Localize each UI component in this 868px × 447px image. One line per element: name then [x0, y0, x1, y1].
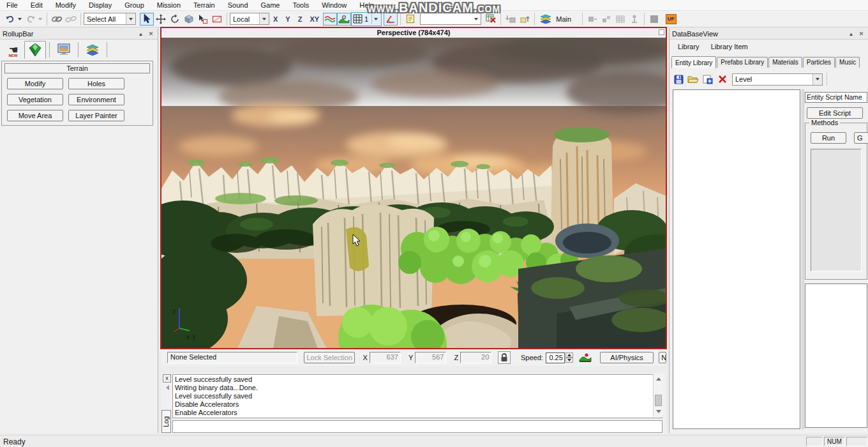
lock-selection-button[interactable]: Lock Selection — [304, 352, 355, 363]
close-icon[interactable]: ✕ — [147, 30, 155, 38]
redo-dropdown-caret-icon[interactable] — [38, 18, 42, 20]
viewport-3d-scene[interactable]: z x y — [161, 38, 666, 349]
maximize-icon[interactable] — [659, 29, 664, 35]
log-command-input[interactable] — [172, 420, 662, 433]
panel-splitter[interactable] — [802, 89, 804, 429]
tool-gray-button[interactable] — [647, 13, 661, 26]
menu-item[interactable]: Group — [118, 0, 151, 11]
z-coordinate-field[interactable]: 20 — [460, 352, 491, 363]
menu-item[interactable]: Window — [315, 0, 353, 11]
scroll-up-icon[interactable] — [654, 375, 662, 383]
redo-button[interactable] — [24, 13, 38, 26]
tab-terrain[interactable] — [24, 41, 46, 59]
terrain-rollout-header[interactable]: Terrain — [4, 63, 150, 73]
spinner-up-icon[interactable] — [565, 352, 573, 358]
database-menu-item[interactable]: Library Item — [705, 41, 754, 52]
database-tab[interactable]: Entity Library — [671, 56, 716, 68]
speed-value[interactable]: 0.25 — [546, 352, 565, 363]
select-tool-button[interactable] — [140, 13, 154, 26]
chevron-down-icon[interactable] — [126, 13, 135, 24]
methods-list[interactable] — [811, 149, 862, 271]
log-message-list[interactable]: Level successfully savedWriting binary d… — [172, 374, 662, 418]
terrain-tool-button[interactable]: Vegetation — [7, 94, 63, 105]
area-select-tool-button[interactable] — [210, 13, 224, 26]
description-panel[interactable] — [805, 284, 867, 428]
library-combo[interactable]: Level — [732, 73, 823, 86]
menu-item[interactable]: Game — [255, 0, 287, 11]
menu-item[interactable]: Edit — [24, 0, 49, 11]
close-icon[interactable]: ✕ — [857, 30, 865, 38]
scroll-down-icon[interactable] — [654, 407, 662, 416]
put-to-level-button[interactable] — [518, 13, 532, 26]
database-tab[interactable]: Music — [835, 57, 860, 68]
terrain-tool-button[interactable]: Move Area — [7, 110, 63, 121]
database-tab[interactable]: Materials — [768, 57, 802, 68]
terrain-tool-button[interactable]: Holes — [68, 78, 124, 89]
terrain-tool-button[interactable]: Environment — [68, 94, 124, 105]
y-coordinate-field[interactable]: 567 — [415, 352, 446, 363]
run-method-button[interactable]: Run — [811, 132, 846, 144]
clear-selection-button[interactable] — [484, 13, 498, 26]
menu-item[interactable]: Mission — [151, 0, 187, 11]
snap-pivot-button[interactable] — [627, 13, 641, 26]
speed-spinner[interactable]: 0.25 — [546, 352, 573, 363]
reference-space-combo[interactable]: Local — [230, 13, 269, 25]
lock-coordinates-button[interactable] — [498, 351, 511, 364]
clipped-method-button[interactable]: G — [854, 132, 868, 144]
get-from-level-button[interactable] — [504, 13, 518, 26]
terrain-elevation-button[interactable] — [323, 13, 337, 26]
save-library-button[interactable] — [672, 73, 685, 85]
entity-library-list[interactable] — [673, 89, 800, 429]
menu-item[interactable]: Modify — [49, 0, 82, 11]
select-all-combo[interactable]: Select All — [84, 13, 136, 25]
menu-item[interactable]: File — [0, 0, 24, 11]
follow-terrain-button[interactable] — [337, 13, 351, 26]
select-object-tool-button[interactable] — [196, 13, 210, 26]
log-tab[interactable]: Log — [161, 410, 171, 433]
follow-terrain-toggle[interactable] — [578, 351, 592, 364]
link-button[interactable] — [50, 13, 64, 26]
database-tab[interactable]: Prefabs Library — [717, 57, 768, 68]
snap-grid-button[interactable] — [613, 13, 627, 26]
chevron-down-icon[interactable] — [259, 13, 269, 24]
chevron-down-icon[interactable] — [812, 74, 822, 85]
add-library-button[interactable] — [701, 73, 714, 85]
snap-edge-button[interactable] — [599, 13, 613, 26]
database-tab[interactable]: Particles — [803, 57, 835, 68]
axis-constraint-button[interactable]: Y — [281, 13, 294, 26]
terrain-tool-button[interactable]: Modify — [7, 78, 63, 89]
collapse-icon[interactable]: ▴ — [137, 30, 145, 38]
uf-button[interactable]: UF — [664, 13, 678, 26]
clipped-button[interactable]: N — [659, 352, 666, 363]
grid-snap-group[interactable]: 1 — [351, 12, 382, 26]
tab-layers[interactable] — [82, 41, 103, 59]
unlink-button[interactable] — [64, 13, 78, 26]
tab-objects[interactable]: ☚NEW — [3, 41, 24, 59]
log-scrollbar[interactable] — [653, 374, 662, 417]
delete-item-button[interactable] — [716, 73, 729, 85]
snap-vertex-button[interactable] — [585, 13, 599, 26]
axis-constraint-button[interactable]: X — [269, 13, 281, 26]
load-library-button[interactable] — [687, 73, 700, 85]
ai-physics-button[interactable]: AI/Physics — [600, 352, 654, 363]
log-close-button[interactable]: x — [163, 374, 171, 383]
notes-button[interactable] — [403, 13, 417, 26]
menu-item[interactable]: Sound — [221, 0, 255, 11]
terrain-tool-button[interactable]: Layer Painter — [68, 110, 124, 121]
undo-dropdown-caret-icon[interactable] — [18, 18, 22, 20]
edit-script-button[interactable]: Edit Script — [807, 107, 863, 119]
menu-item[interactable]: Terrain — [187, 0, 221, 11]
tab-display[interactable] — [53, 41, 75, 59]
chevron-down-icon[interactable] — [471, 13, 481, 24]
rotate-tool-button[interactable] — [168, 13, 182, 26]
layers-button[interactable] — [537, 13, 554, 26]
angle-snap-button[interactable] — [384, 13, 398, 26]
mission-combo[interactable] — [420, 13, 481, 25]
menu-item[interactable]: Tools — [286, 0, 315, 11]
undo-button[interactable] — [3, 13, 17, 26]
axis-constraint-button[interactable]: Z — [294, 13, 306, 26]
move-tool-button[interactable] — [154, 13, 168, 26]
scale-tool-button[interactable] — [182, 13, 196, 26]
database-menu-item[interactable]: Library — [672, 41, 705, 52]
menu-item[interactable]: Help — [353, 0, 380, 11]
